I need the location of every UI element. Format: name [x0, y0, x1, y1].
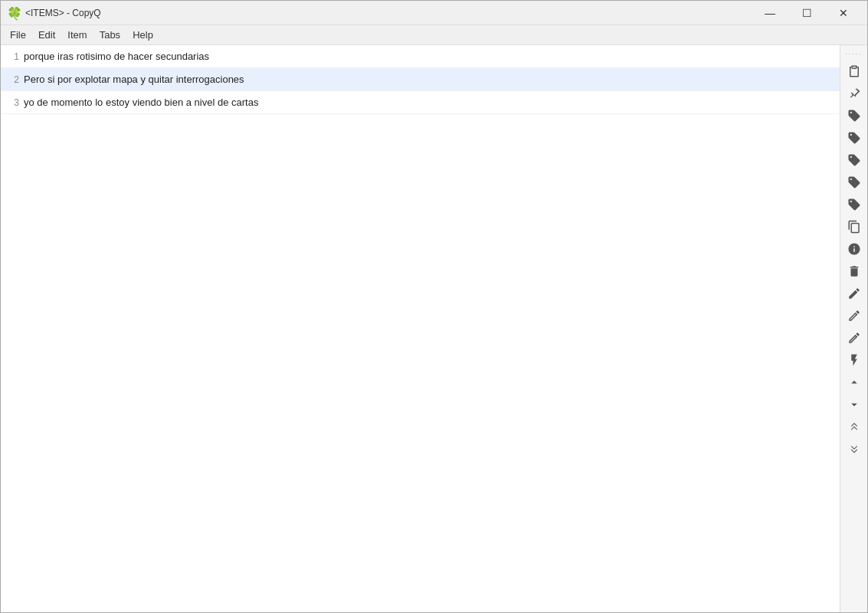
double-down-icon [847, 442, 861, 456]
app-icon: 🍀 [7, 6, 21, 20]
pin-button[interactable] [842, 83, 866, 104]
menu-tabs[interactable]: Tabs [93, 28, 126, 42]
menu-edit[interactable]: Edit [32, 28, 61, 42]
move-down-button[interactable] [842, 394, 866, 415]
main-window: 🍀 <ITEMS> - CopyQ — ☐ ✕ File Edit Item T… [0, 0, 868, 613]
clipboard-button[interactable] [842, 61, 866, 82]
delete-icon [847, 264, 861, 278]
pencil-icon [847, 331, 861, 345]
maximize-button[interactable]: ☐ [789, 2, 824, 25]
list-item[interactable]: 2 Pero si por explotar mapa y quitar int… [1, 68, 840, 91]
edit2-icon [847, 309, 861, 323]
move-top-button[interactable] [842, 416, 866, 438]
item-text: Pero si por explotar mapa y quitar inter… [24, 74, 244, 85]
item-number: 3 [5, 97, 19, 108]
menu-file[interactable]: File [4, 28, 32, 42]
list-panel: 1 porque iras rotisimo de hacer secundar… [1, 45, 840, 612]
edit1-button[interactable] [842, 283, 866, 304]
tag2-icon [847, 131, 861, 145]
tag5-button[interactable] [842, 194, 866, 215]
duplicate-icon [847, 220, 861, 234]
window-title: <ITEMS> - CopyQ [25, 8, 752, 18]
tag1-icon [847, 109, 861, 123]
lightning-icon [847, 353, 861, 367]
down-arrow-icon [847, 398, 861, 411]
edit2-button[interactable] [842, 305, 866, 326]
list-item[interactable]: 1 porque iras rotisimo de hacer secundar… [1, 45, 840, 68]
tag2-button[interactable] [842, 127, 866, 149]
double-up-icon [847, 420, 861, 434]
tag4-button[interactable] [842, 172, 866, 193]
info-icon [847, 242, 861, 256]
tag3-icon [847, 153, 861, 167]
pencil-button[interactable] [842, 327, 866, 349]
pin-icon [847, 87, 861, 100]
move-up-button[interactable] [842, 372, 866, 393]
close-button[interactable]: ✕ [826, 2, 861, 25]
menu-item[interactable]: Item [61, 28, 93, 42]
title-bar: 🍀 <ITEMS> - CopyQ — ☐ ✕ [1, 1, 867, 25]
menu-bar: File Edit Item Tabs Help [1, 25, 867, 45]
sidebar-dots: ····· [845, 48, 863, 61]
edit1-icon [847, 287, 861, 300]
sidebar: ····· [840, 45, 867, 612]
item-text: porque iras rotisimo de hacer secundaria… [24, 51, 209, 62]
menu-help[interactable]: Help [126, 28, 159, 42]
clipboard-icon [847, 64, 861, 78]
tag3-button[interactable] [842, 149, 866, 171]
lightning-button[interactable] [842, 349, 866, 371]
duplicate-button[interactable] [842, 216, 866, 238]
info-button[interactable] [842, 238, 866, 260]
tag4-icon [847, 175, 861, 189]
content-area: 1 porque iras rotisimo de hacer secundar… [1, 45, 867, 612]
window-controls: — ☐ ✕ [752, 2, 861, 25]
move-bottom-button[interactable] [842, 438, 866, 460]
list-item[interactable]: 3 yo de momento lo estoy viendo bien a n… [1, 91, 840, 114]
item-number: 2 [5, 74, 19, 85]
item-number: 1 [5, 51, 19, 62]
up-arrow-icon [847, 375, 861, 389]
tag1-button[interactable] [842, 105, 866, 126]
tag5-icon [847, 198, 861, 211]
minimize-button[interactable]: — [752, 2, 788, 25]
item-text: yo de momento lo estoy viendo bien a niv… [24, 97, 258, 108]
delete-button[interactable] [842, 261, 866, 282]
